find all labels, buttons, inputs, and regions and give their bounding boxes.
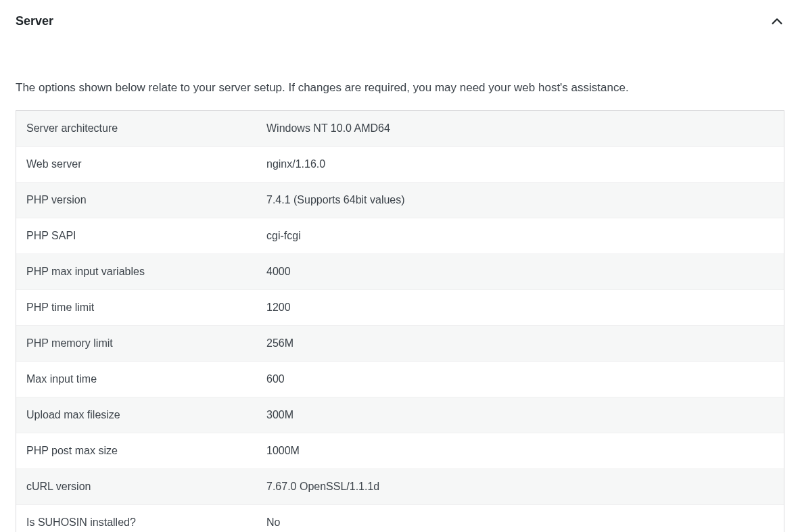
info-label: PHP post max size [16,433,256,468]
info-value: 7.4.1 (Supports 64bit values) [256,183,784,218]
table-row: Is SUHOSIN installed?No [16,505,784,533]
table-row: cURL version7.67.0 OpenSSL/1.1.1d [16,469,784,505]
info-label: PHP max input variables [16,254,256,289]
info-value: Windows NT 10.0 AMD64 [256,111,784,146]
info-value: 1000M [256,433,784,468]
table-row: Upload max filesize300M [16,397,784,433]
info-value: 1200 [256,290,784,325]
info-value: 256M [256,326,784,361]
table-row: PHP max input variables4000 [16,254,784,290]
info-value: cgi-fcgi [256,218,784,253]
info-value: 600 [256,362,784,397]
table-row: PHP time limit1200 [16,290,784,326]
info-label: PHP time limit [16,290,256,325]
table-row: Server architectureWindows NT 10.0 AMD64 [16,111,784,147]
info-label: PHP version [16,183,256,218]
info-value: nginx/1.16.0 [256,147,784,182]
table-row: PHP version7.4.1 (Supports 64bit values) [16,183,784,218]
info-value: 7.67.0 OpenSSL/1.1.1d [256,469,784,504]
info-label: Web server [16,147,256,182]
info-label: Server architecture [16,111,256,146]
panel-title: Server [16,12,53,30]
server-info-table: Server architectureWindows NT 10.0 AMD64… [16,110,784,533]
info-value: 4000 [256,254,784,289]
info-label: cURL version [16,469,256,504]
table-row: PHP memory limit256M [16,326,784,362]
info-label: Upload max filesize [16,397,256,433]
chevron-up-icon[interactable] [770,14,784,29]
panel-description: The options shown below relate to your s… [16,79,784,97]
info-value: No [256,505,784,533]
info-label: Is SUHOSIN installed? [16,505,256,533]
table-row: Max input time600 [16,362,784,397]
info-value: 300M [256,397,784,433]
table-row: PHP SAPIcgi-fcgi [16,218,784,254]
info-label: PHP SAPI [16,218,256,253]
table-row: Web servernginx/1.16.0 [16,147,784,183]
table-row: PHP post max size1000M [16,433,784,469]
panel-header[interactable]: Server [16,12,784,30]
info-label: PHP memory limit [16,326,256,361]
info-label: Max input time [16,362,256,397]
